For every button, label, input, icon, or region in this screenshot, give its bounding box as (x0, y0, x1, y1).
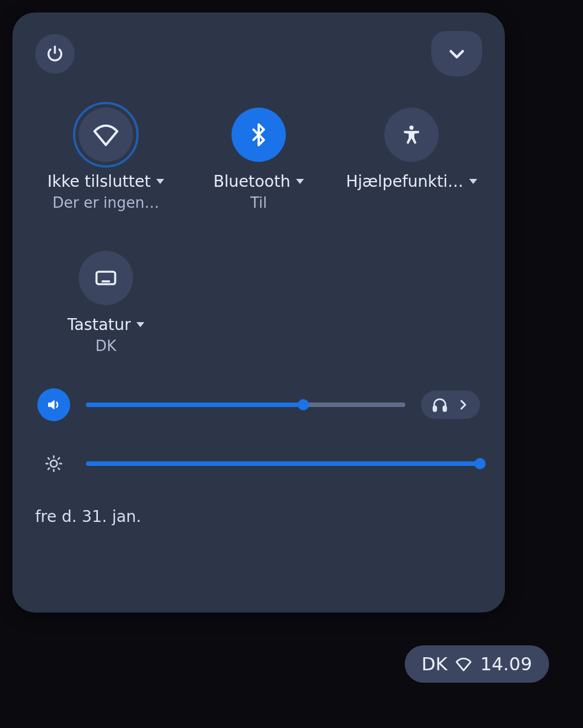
power-button[interactable] (35, 34, 75, 74)
clock: 14.09 (480, 653, 532, 675)
keyboard-toggle-button[interactable] (79, 251, 133, 305)
bluetooth-label-row[interactable]: Bluetooth (213, 172, 304, 191)
keyboard-label-row[interactable]: Tastatur (67, 315, 145, 334)
audio-output-button[interactable] (421, 391, 480, 419)
bluetooth-icon (246, 122, 271, 147)
accessibility-tile: Hjælpefunkti… (346, 108, 477, 211)
volume-icon (45, 396, 62, 413)
caret-down-icon (136, 322, 144, 327)
bluetooth-label: Bluetooth (213, 172, 290, 191)
keyboard-tile: Tastatur DK (67, 251, 145, 354)
wifi-label-row[interactable]: Ikke tilsluttet (48, 172, 165, 191)
svg-line-20 (58, 458, 59, 459)
bluetooth-toggle-button[interactable] (232, 108, 286, 162)
ime-indicator: DK (422, 653, 448, 675)
chevron-down-icon (447, 44, 467, 64)
caret-down-icon (469, 179, 477, 184)
volume-slider[interactable] (86, 402, 405, 407)
svg-line-21 (48, 468, 49, 469)
wifi-sublabel: Der er ingen… (53, 194, 160, 211)
volume-mute-button[interactable] (37, 388, 70, 421)
chevron-right-icon (456, 398, 470, 412)
brightness-button[interactable] (37, 447, 70, 480)
brightness-row (37, 447, 480, 480)
svg-point-13 (50, 460, 57, 467)
bluetooth-sublabel: Til (250, 194, 267, 211)
caret-down-icon (156, 179, 164, 184)
toggle-grid: Ikke tilsluttet Der er ingen… Bluetooth … (35, 108, 482, 354)
accessibility-label: Hjælpefunkti… (346, 172, 463, 191)
svg-line-18 (48, 458, 49, 459)
quick-settings-panel: Ikke tilsluttet Der er ingen… Bluetooth … (12, 12, 505, 613)
wifi-toggle-button[interactable] (79, 108, 133, 162)
sliders-section (35, 388, 482, 480)
collapse-button[interactable] (431, 31, 482, 76)
headphones-icon (431, 396, 448, 413)
keyboard-sublabel: DK (95, 337, 116, 354)
svg-line-19 (58, 468, 59, 469)
panel-date: fre d. 31. jan. (35, 507, 482, 526)
keyboard-label: Tastatur (67, 315, 131, 334)
wifi-tile: Ikke tilsluttet Der er ingen… (48, 108, 165, 211)
svg-rect-11 (434, 406, 436, 412)
volume-row (37, 388, 480, 421)
accessibility-toggle-button[interactable] (384, 108, 439, 162)
accessibility-icon (400, 123, 423, 146)
svg-rect-12 (443, 406, 446, 412)
wifi-status-icon (455, 656, 472, 673)
keyboard-icon (93, 265, 118, 290)
power-icon (45, 44, 65, 63)
wifi-icon (92, 121, 119, 148)
wifi-label: Ikke tilsluttet (48, 172, 151, 191)
svg-point-0 (409, 126, 413, 130)
bluetooth-tile: Bluetooth Til (213, 108, 304, 211)
system-tray[interactable]: DK 14.09 (405, 645, 549, 683)
caret-down-icon (296, 179, 304, 184)
panel-top-row (35, 34, 482, 74)
brightness-slider[interactable] (86, 461, 480, 466)
brightness-icon (44, 454, 63, 473)
accessibility-label-row[interactable]: Hjælpefunkti… (346, 172, 477, 191)
